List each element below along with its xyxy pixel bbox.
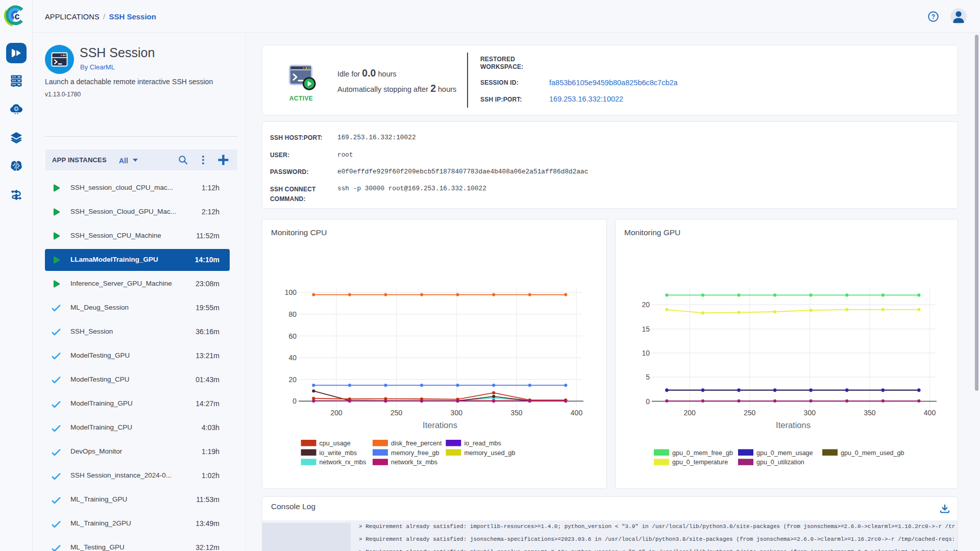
svg-text:gpu_0_mem_free_gb: gpu_0_mem_free_gb xyxy=(672,449,733,457)
svg-text:5: 5 xyxy=(646,373,650,381)
svg-text:0: 0 xyxy=(292,397,297,405)
svg-text:Iterations: Iterations xyxy=(423,420,457,430)
svg-text:350: 350 xyxy=(510,409,523,417)
svg-text:disk_free_percent: disk_free_percent xyxy=(391,440,442,447)
svg-text:gpu_0_utilization: gpu_0_utilization xyxy=(756,459,804,466)
svg-text:gpu_0_temperature: gpu_0_temperature xyxy=(672,459,728,466)
svg-text:300: 300 xyxy=(451,409,463,417)
svg-text:40: 40 xyxy=(288,354,297,362)
svg-text:20: 20 xyxy=(288,375,297,384)
svg-text:80: 80 xyxy=(288,310,297,318)
svg-text:cpu_usage: cpu_usage xyxy=(320,440,351,447)
svg-text:Iterations: Iterations xyxy=(776,420,811,430)
svg-text:10: 10 xyxy=(642,349,650,357)
svg-text:200: 200 xyxy=(330,409,342,417)
svg-text:300: 300 xyxy=(804,409,816,417)
svg-text:15: 15 xyxy=(642,325,650,333)
svg-text:60: 60 xyxy=(288,332,297,340)
svg-text:350: 350 xyxy=(864,409,876,417)
svg-text:memory_free_gb: memory_free_gb xyxy=(391,449,439,457)
svg-text:memory_used_gb: memory_used_gb xyxy=(464,449,515,457)
svg-text:20: 20 xyxy=(642,300,650,309)
svg-text:250: 250 xyxy=(744,409,756,417)
svg-text:200: 200 xyxy=(683,409,696,417)
svg-text:io_write_mbs: io_write_mbs xyxy=(320,449,357,457)
svg-text:400: 400 xyxy=(571,409,583,417)
svg-text:c: c xyxy=(15,11,20,21)
svg-text:gpu_0_mem_used_gb: gpu_0_mem_used_gb xyxy=(841,449,904,457)
svg-text:100: 100 xyxy=(285,288,297,296)
svg-text:250: 250 xyxy=(390,409,403,417)
svg-text:network_tx_mbs: network_tx_mbs xyxy=(391,459,437,466)
svg-text:network_rx_mbs: network_rx_mbs xyxy=(320,459,366,466)
svg-text:io_read_mbs: io_read_mbs xyxy=(464,440,501,447)
svg-text:?: ? xyxy=(932,13,935,20)
svg-text:Monitoring GPU: Monitoring GPU xyxy=(624,228,680,237)
svg-text:Monitoring CPU: Monitoring CPU xyxy=(271,228,327,237)
svg-text:gpu_0_mem_usage: gpu_0_mem_usage xyxy=(756,449,813,457)
svg-text:0: 0 xyxy=(646,397,650,406)
svg-text:400: 400 xyxy=(924,409,936,417)
